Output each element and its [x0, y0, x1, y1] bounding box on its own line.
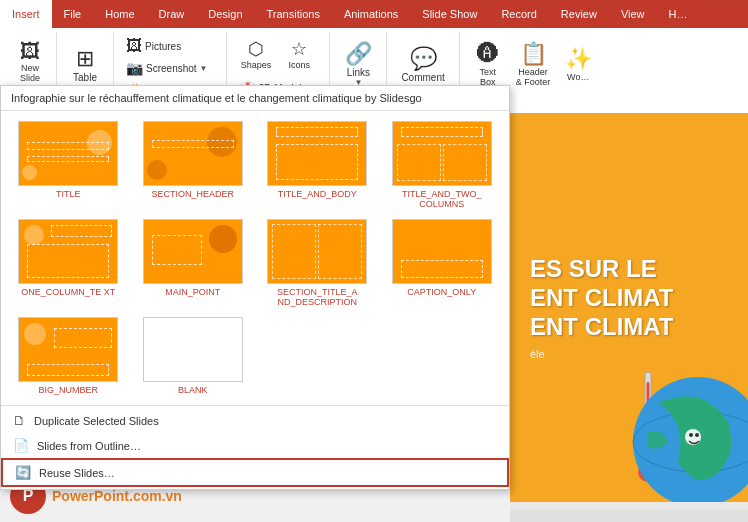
layout-caption-only[interactable]: CAPTION_ONLY [383, 217, 502, 309]
new-slide-label: New [21, 63, 39, 73]
links-icon: 🔗 [345, 43, 372, 65]
ppt-text-start: PowerPoint [52, 488, 129, 504]
ppt-text-highlight: .com.vn [129, 488, 182, 504]
screenshot-icon: 📷 [126, 60, 143, 76]
shapes-label: Shapes [241, 60, 272, 70]
shapes-icon: ⬡ [248, 40, 264, 58]
reuse-slides-item[interactable]: 🔄 Reuse Slides… [1, 458, 509, 487]
tab-review[interactable]: Review [549, 0, 609, 28]
screenshot-label: Screenshot [146, 63, 197, 74]
horizontal-scrollbar[interactable] [510, 510, 748, 522]
wordart-icon: ✨ [565, 48, 592, 70]
duplicate-slides-item[interactable]: 🗋 Duplicate Selected Slides [1, 408, 509, 433]
svg-point-7 [695, 433, 699, 437]
icons-icon: ☆ [291, 40, 307, 58]
layout-title[interactable]: TITLE [9, 119, 128, 211]
tab-record[interactable]: Record [489, 0, 548, 28]
screenshot-button[interactable]: 📷 Screenshot ▼ [122, 58, 212, 78]
new-slide-icon: 🖼 [20, 40, 40, 63]
slide-preview: ES SUR LE ENT CLIMAT ENT CLIMAT èle [510, 113, 748, 502]
new-slide-top[interactable]: 🖼 New Slide [12, 36, 48, 88]
tab-file[interactable]: File [52, 0, 94, 28]
new-slide-dropdown-panel: Infographie sur le réchauffement climati… [0, 85, 510, 490]
layout-two-columns[interactable]: TITLE_AND_TWO_ COLUMNS [383, 119, 502, 211]
dropdown-footer: 🗋 Duplicate Selected Slides 📄 Slides fro… [1, 405, 509, 489]
layout-big-number-label: BIG_NUMBER [38, 385, 98, 395]
tab-help[interactable]: H… [657, 0, 700, 28]
pictures-button[interactable]: 🖼 Pictures [122, 36, 185, 56]
layout-two-columns-label: TITLE_AND_TWO_ COLUMNS [385, 189, 500, 209]
layout-blank[interactable]: BLANK [134, 315, 253, 397]
layout-one-column[interactable]: ONE_COLUMN_TE XT [9, 217, 128, 309]
main-slide-area: ES SUR LE ENT CLIMAT ENT CLIMAT èle [510, 113, 748, 522]
svg-point-6 [689, 433, 693, 437]
pictures-icon: 🖼 [126, 38, 142, 54]
dropdown-header: Infographie sur le réchauffement climati… [1, 86, 509, 111]
layout-title-body[interactable]: TITLE_AND_BODY [258, 119, 377, 211]
tab-draw[interactable]: Draw [147, 0, 197, 28]
layout-section-title-desc-label: SECTION_TITLE_A ND_DESCRIPTION [260, 287, 375, 307]
tab-insert[interactable]: Insert [0, 0, 52, 28]
outline-icon: 📄 [13, 438, 29, 453]
duplicate-slides-label: Duplicate Selected Slides [34, 415, 159, 427]
reuse-slides-label: Reuse Slides… [39, 467, 115, 479]
ppt-text: PowerPoint.com.vn [52, 488, 182, 504]
layout-one-column-label: ONE_COLUMN_TE XT [21, 287, 115, 297]
slide-text-line3: ENT CLIMAT [530, 313, 674, 342]
table-label: Table [73, 72, 97, 83]
table-icon: ⊞ [76, 48, 94, 70]
layout-big-number[interactable]: BIG_NUMBER [9, 315, 128, 397]
slides-from-outline-item[interactable]: 📄 Slides from Outline… [1, 433, 509, 458]
comment-icon: 💬 [410, 48, 437, 70]
comment-label: Comment [401, 72, 444, 83]
layout-title-body-label: TITLE_AND_BODY [278, 189, 357, 199]
textbox-label: Text Box [479, 67, 496, 87]
slide-text-line2: ENT CLIMAT [530, 284, 674, 313]
tab-animations[interactable]: Animations [332, 0, 410, 28]
new-slide-label2: Slide [20, 73, 40, 83]
wordart-button[interactable]: ✨ Wo… [558, 36, 598, 94]
tab-design[interactable]: Design [196, 0, 254, 28]
layout-main-point[interactable]: MAIN_POINT [134, 217, 253, 309]
pictures-label: Pictures [145, 41, 181, 52]
tab-slideshow[interactable]: Slide Show [410, 0, 489, 28]
tab-transitions[interactable]: Transitions [255, 0, 332, 28]
slide-layouts-grid: TITLE SECTION_HEADER TITLE_AND_BODY [1, 111, 509, 405]
header-footer-label: Header & Footer [516, 67, 551, 87]
duplicate-icon: 🗋 [13, 413, 26, 428]
shapes-button[interactable]: ⬡ Shapes [235, 36, 278, 74]
icons-label: Icons [288, 60, 310, 70]
slide-subtitle: èle [530, 348, 545, 360]
header-footer-icon: 📋 [520, 43, 547, 65]
layout-section-title-desc[interactable]: SECTION_TITLE_A ND_DESCRIPTION [258, 217, 377, 309]
layout-caption-only-label: CAPTION_ONLY [407, 287, 476, 297]
icons-button[interactable]: ☆ Icons [281, 36, 317, 74]
ribbon-tabs: Insert File Home Draw Design Transitions… [0, 0, 748, 28]
header-footer-button[interactable]: 📋 Header & Footer [510, 36, 557, 94]
tab-view[interactable]: View [609, 0, 657, 28]
layout-title-label: TITLE [56, 189, 81, 199]
slides-from-outline-label: Slides from Outline… [37, 440, 141, 452]
layout-main-point-label: MAIN_POINT [165, 287, 220, 297]
links-label: Links [347, 67, 370, 78]
reuse-icon: 🔄 [15, 465, 31, 480]
textbox-icon: 🅐 [477, 43, 499, 65]
screenshot-caret: ▼ [200, 64, 208, 73]
slide-text-line1: ES SUR LE [530, 255, 657, 284]
layout-section-header-label: SECTION_HEADER [151, 189, 234, 199]
tab-home[interactable]: Home [93, 0, 146, 28]
layout-blank-label: BLANK [178, 385, 208, 395]
wordart-label: Wo… [567, 72, 589, 82]
layout-section-header[interactable]: SECTION_HEADER [134, 119, 253, 211]
globe-decoration [628, 372, 748, 502]
